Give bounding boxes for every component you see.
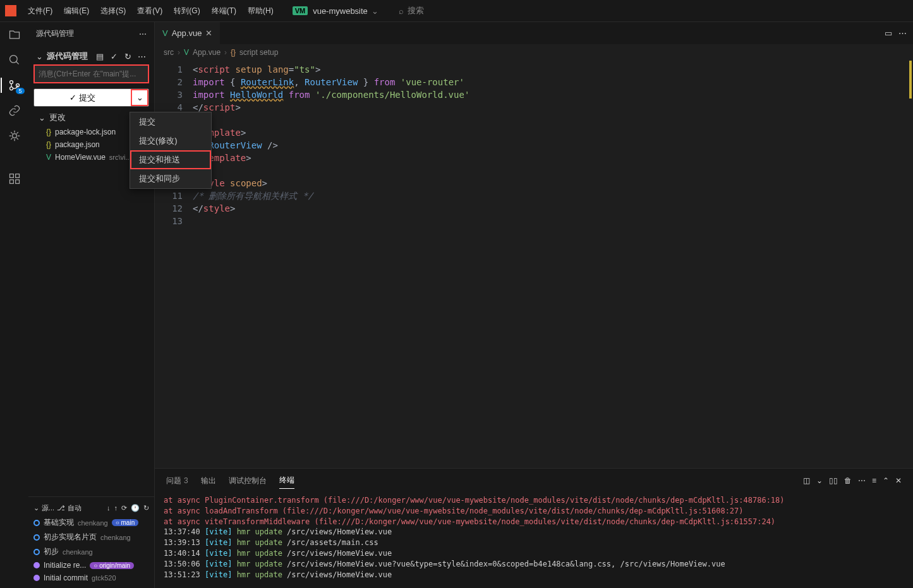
graph-commit[interactable]: Initialize re...○ origin/main [33, 559, 149, 572]
tab-problems[interactable]: 问题3 [166, 473, 188, 489]
push-icon[interactable]: ↑ [114, 504, 118, 512]
commit-message-input[interactable] [33, 64, 149, 83]
menu-file[interactable]: 文件(F) [23, 3, 57, 19]
graph-commit[interactable]: 基础实现chenkang○ main [33, 515, 149, 530]
chevron-down-icon: ⌄ [36, 52, 43, 61]
scm-repo-row[interactable]: ⌄ 源代码管理 ▤ ✓ ↻ ⋯ [33, 48, 149, 64]
file-path: src\vi... [109, 153, 131, 161]
debug-icon[interactable] [7, 128, 22, 143]
scm-repo-title: 源代码管理 [47, 51, 88, 62]
dropdown-item[interactable]: 提交和推送 [130, 150, 211, 169]
link-icon[interactable] [7, 103, 22, 118]
app-icon [5, 5, 16, 16]
chevron-up-icon[interactable]: ⌃ [883, 476, 889, 485]
svg-point-3 [9, 87, 13, 90]
vue-icon: V [184, 48, 189, 57]
search-placeholder: 搜索 [408, 5, 424, 16]
file-name: HomeView.vue [55, 153, 106, 162]
tab-app-vue[interactable]: V App.vue ✕ [155, 22, 220, 44]
more-icon[interactable]: ⋯ [898, 28, 907, 38]
menu-terminal[interactable]: 终端(T) [207, 3, 241, 19]
project-name[interactable]: vue-mywebsite [313, 6, 368, 16]
tab-output[interactable]: 输出 [201, 473, 216, 489]
breadcrumb-part: src [164, 48, 174, 57]
extensions-icon[interactable] [7, 171, 22, 186]
menu-edit[interactable]: 编辑(E) [59, 3, 94, 19]
menu-goto[interactable]: 转到(G) [169, 3, 205, 19]
explorer-icon[interactable] [7, 27, 22, 42]
more-icon[interactable]: ⋯ [139, 30, 147, 39]
menu-select[interactable]: 选择(S) [95, 3, 131, 19]
toggle-icon[interactable]: ≡ [872, 476, 876, 485]
split-right-icon[interactable]: ◫ [803, 476, 810, 485]
search-box[interactable]: ⌕ 搜索 [399, 5, 424, 16]
svg-point-5 [12, 134, 16, 138]
commit-message: Initialize re... [44, 561, 86, 570]
dropdown-item[interactable]: 提交 [130, 112, 211, 131]
more-icon[interactable]: ⋯ [858, 476, 866, 485]
svg-point-2 [9, 81, 13, 84]
dropdown-item[interactable]: 提交(修改) [130, 131, 211, 150]
refresh-icon[interactable]: ↻ [143, 504, 149, 512]
chevron-down-icon[interactable]: ⌄ [816, 476, 823, 485]
top-menu: 文件(F) 编辑(E) 选择(S) 查看(V) 转到(G) 终端(T) 帮助(H… [0, 0, 913, 22]
close-icon[interactable]: ✕ [895, 476, 902, 485]
sidebar-title: 源代码管理 [36, 28, 74, 39]
tab-bar: V App.vue ✕ ▭ ⋯ [155, 22, 913, 44]
split-editor-icon[interactable]: ▭ [885, 28, 892, 38]
terminal-output[interactable]: at async PluginContainer.transform (file… [155, 493, 913, 588]
dropdown-item[interactable]: 提交和同步 [130, 169, 211, 188]
commit-button[interactable]: ✓ 提交 [34, 89, 131, 106]
minimap-indicator [909, 61, 912, 99]
commit-dropdown-button[interactable]: ⌄ [131, 89, 148, 106]
scm-icon[interactable]: 5 [7, 78, 22, 93]
changes-title: 更改 [49, 112, 66, 123]
sidebar: 源代码管理 ⋯ ⌄ 源代码管理 ▤ ✓ ↻ ⋯ ✓ 提交 ⌄ [28, 22, 155, 588]
tab-terminal[interactable]: 终端 [279, 472, 294, 489]
menu-view[interactable]: 查看(V) [132, 3, 167, 19]
check-icon[interactable]: ✓ [109, 51, 119, 61]
svg-rect-6 [9, 174, 13, 178]
json-icon: {} [46, 128, 51, 136]
chevron-down-icon: ⌄ [33, 504, 39, 512]
chevron-down-icon[interactable]: ⌄ [372, 6, 378, 16]
graph-commit[interactable]: Initial commitgtck520 [33, 572, 149, 584]
svg-line-1 [16, 62, 18, 64]
fetch-icon[interactable]: ⟳ [121, 504, 127, 512]
commit-message: 初步实现名片页 [44, 532, 97, 543]
commit-message: 基础实现 [44, 517, 74, 528]
search-icon[interactable] [7, 52, 22, 68]
editor-area: V App.vue ✕ ▭ ⋯ src› VApp.vue› {}script … [155, 22, 913, 588]
branch-icon: ⎇ [57, 504, 65, 512]
graph-header[interactable]: ⌄ 源... ⎇ 自动 ↓ ↑ ⟳ 🕐 ↻ [33, 501, 149, 515]
chevron-down-icon: ⌄ [39, 113, 45, 123]
refresh-icon[interactable]: ↻ [123, 51, 133, 61]
commit-author: chenkang [63, 548, 93, 556]
menu-help[interactable]: 帮助(H) [243, 3, 279, 19]
trash-icon[interactable]: 🗑 [844, 476, 852, 485]
graph-auto-label: 自动 [68, 503, 82, 513]
split-icon[interactable]: ▯▯ [829, 476, 838, 485]
close-icon[interactable]: ✕ [205, 28, 212, 38]
code-editor[interactable]: 12345678910111213 <script setup lang="ts… [155, 61, 913, 468]
history-icon[interactable]: 🕐 [131, 504, 140, 512]
view-tree-icon[interactable]: ▤ [95, 51, 105, 61]
graph-commit[interactable]: 初步chenkang [33, 544, 149, 559]
commit-author: gtck520 [92, 574, 116, 582]
commit-node [33, 520, 40, 526]
commit-node [33, 562, 40, 568]
commit-dropdown-menu: 提交提交(修改)提交和推送提交和同步 [130, 112, 212, 189]
tab-label: App.vue [172, 28, 202, 38]
pull-icon[interactable]: ↓ [107, 504, 111, 512]
tab-debug-console[interactable]: 调试控制台 [229, 473, 267, 489]
search-icon: ⌕ [399, 6, 404, 16]
breadcrumb[interactable]: src› VApp.vue› {}script setup [155, 44, 913, 61]
graph-commit[interactable]: 初步实现名片页chenkang [33, 530, 149, 544]
vue-icon: V [46, 153, 51, 162]
commit-author: chenkang [100, 534, 131, 541]
vue-icon: V [162, 28, 168, 38]
svg-rect-8 [9, 180, 13, 184]
svg-point-0 [9, 56, 17, 63]
svg-rect-9 [15, 180, 19, 184]
more-icon[interactable]: ⋯ [136, 51, 147, 61]
